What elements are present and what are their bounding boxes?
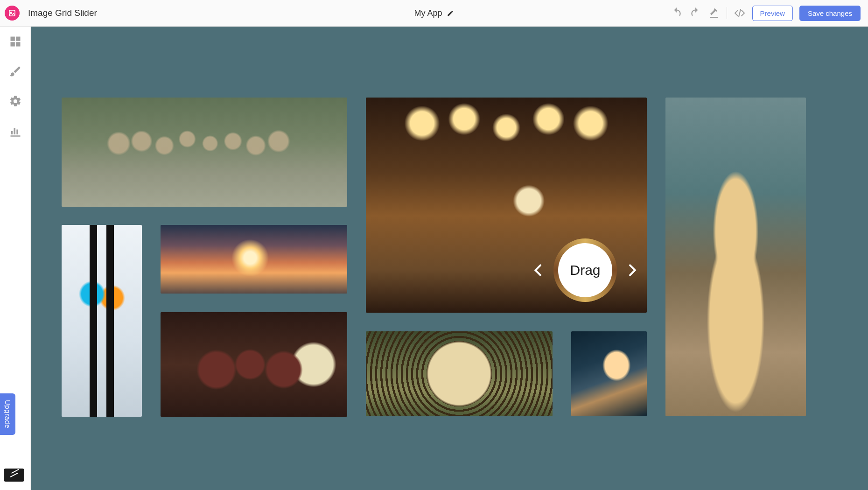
app-logo (5, 6, 20, 21)
hammer-icon[interactable] (708, 7, 720, 19)
app-name: My App (414, 8, 442, 18)
topbar-actions: Preview Save changes (671, 6, 861, 21)
save-button[interactable]: Save changes (799, 6, 861, 21)
platform-logo[interactable] (4, 469, 24, 482)
image-tile-leopard[interactable] (366, 331, 553, 416)
image-tile-dog[interactable] (665, 98, 806, 416)
image-tile-sunset[interactable] (161, 225, 347, 294)
brush-icon[interactable] (9, 65, 22, 78)
image-tile-skis[interactable] (62, 225, 142, 417)
top-bar: Image Grid Slider My App Preview Save ch… (0, 0, 868, 27)
upgrade-tab[interactable]: Upgrade (0, 393, 15, 435)
undo-icon[interactable] (671, 7, 683, 19)
redo-icon[interactable] (689, 7, 701, 19)
toolbar-separator (727, 7, 727, 19)
svg-rect-0 (9, 10, 15, 16)
editor-canvas[interactable]: Drag (31, 27, 868, 490)
image-tile-party[interactable] (366, 98, 647, 313)
edit-icon (447, 10, 454, 17)
app-name-container[interactable]: My App (414, 8, 454, 18)
preview-button[interactable]: Preview (752, 6, 793, 21)
code-icon[interactable] (734, 7, 746, 19)
image-tile-plane[interactable] (571, 331, 647, 416)
layout-icon[interactable] (9, 35, 22, 48)
image-tile-group[interactable] (62, 98, 347, 207)
image-tile-cheers[interactable] (161, 312, 347, 417)
analytics-icon[interactable] (9, 125, 22, 138)
settings-icon[interactable] (9, 95, 22, 108)
page-title: Image Grid Slider (28, 8, 97, 18)
